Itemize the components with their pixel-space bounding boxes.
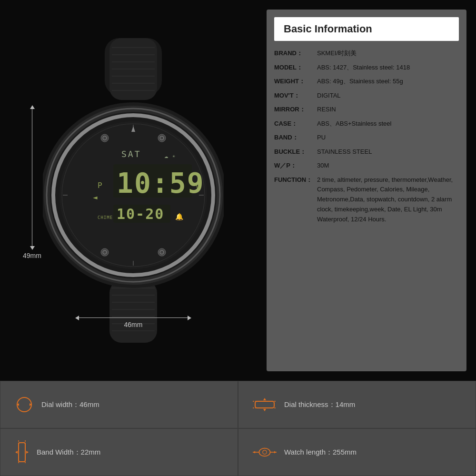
svg-text:SAT: SAT bbox=[121, 149, 141, 159]
svg-marker-64 bbox=[263, 409, 266, 411]
info-row-band: BAND： PU bbox=[274, 133, 459, 142]
label-brand: BRAND： bbox=[274, 49, 317, 58]
value-wp: 30M bbox=[317, 161, 459, 170]
label-mirror: MIRROR： bbox=[274, 105, 317, 114]
svg-rect-9 bbox=[109, 281, 157, 343]
info-row-weight: WEIGHT： ABS: 49g、Stainless steel: 55g bbox=[274, 77, 459, 86]
svg-point-37 bbox=[158, 134, 166, 142]
info-row-brand: BRAND： SKMEI/时刻美 bbox=[274, 49, 459, 58]
svg-marker-69 bbox=[26, 451, 29, 454]
watch-section: 49mm bbox=[10, 10, 257, 371]
svg-marker-75 bbox=[274, 451, 276, 454]
value-band: PU bbox=[317, 133, 459, 142]
svg-point-55 bbox=[17, 397, 31, 412]
svg-point-70 bbox=[259, 448, 270, 456]
svg-point-35 bbox=[101, 134, 109, 142]
spec-watch-length-label: Watch length：255mm bbox=[284, 448, 357, 457]
band-width-icon bbox=[15, 440, 29, 464]
value-brand: SKMEI/时刻美 bbox=[317, 49, 459, 58]
dial-width-icon bbox=[15, 395, 34, 414]
spec-watch-length: Watch length：255mm bbox=[238, 428, 476, 476]
width-label: 46mm bbox=[124, 321, 143, 328]
specs-grid: Dial width：46mm Dial thickness：14mm Ba bbox=[0, 381, 476, 476]
label-wp: W／P： bbox=[274, 161, 317, 170]
svg-text:☁: ☁ bbox=[164, 152, 169, 159]
info-row-wp: W／P： 30M bbox=[274, 161, 459, 170]
info-title: Basic Information bbox=[284, 23, 372, 35]
svg-marker-74 bbox=[253, 451, 255, 454]
spec-band-width: Band Width：22mm bbox=[0, 428, 238, 476]
value-weight: ABS: 49g、Stainless steel: 55g bbox=[317, 77, 459, 86]
info-row-buckle: BUCKLE： STAINLESS STEEL bbox=[274, 147, 459, 157]
info-row-model: MODEL： ABS: 1427、Stainless steel: 1418 bbox=[274, 63, 459, 72]
svg-text:CHIME: CHIME bbox=[98, 215, 113, 220]
svg-text:◄: ◄ bbox=[93, 193, 98, 202]
label-function: FUNCTION： bbox=[274, 175, 317, 225]
svg-point-71 bbox=[263, 450, 267, 454]
spec-band-width-label: Band Width：22mm bbox=[37, 448, 100, 457]
info-panel: Basic Information BRAND： SKMEI/时刻美 MODEL… bbox=[267, 10, 466, 371]
watch-length-icon bbox=[253, 443, 277, 462]
svg-point-41 bbox=[158, 248, 166, 256]
label-band: BAND： bbox=[274, 133, 317, 142]
value-function: 2 time, altimeter, pressure, thermometer… bbox=[317, 175, 459, 225]
info-title-box: Basic Information bbox=[274, 17, 459, 41]
info-row-mirror: MIRROR： RESIN bbox=[274, 105, 459, 114]
label-buckle: BUCKLE： bbox=[274, 147, 317, 157]
spec-dial-thickness: Dial thickness：14mm bbox=[238, 381, 476, 428]
width-dimension: 46mm bbox=[76, 317, 190, 328]
spec-dial-thickness-label: Dial thickness：14mm bbox=[284, 400, 355, 409]
label-weight: WEIGHT： bbox=[274, 77, 317, 86]
label-model: MODEL： bbox=[274, 63, 317, 72]
svg-rect-60 bbox=[255, 401, 274, 408]
svg-text:10:59: 10:59 bbox=[117, 167, 205, 199]
spec-dial-width: Dial width：46mm bbox=[0, 381, 238, 428]
watch-svg: SAT ☁ ☀ 10:59 ᵤ P ◄ 10-20 bbox=[43, 38, 224, 343]
value-model: ABS: 1427、Stainless steel: 1418 bbox=[317, 63, 459, 72]
info-row-movt: MOV'T： DIGITAL bbox=[274, 91, 459, 100]
value-buckle: STAINLESS STEEL bbox=[317, 147, 459, 157]
info-row-function: FUNCTION： 2 time, altimeter, pressure, t… bbox=[274, 175, 459, 225]
value-mirror: RESIN bbox=[317, 105, 459, 114]
svg-marker-68 bbox=[15, 451, 18, 454]
svg-text:ᵤ: ᵤ bbox=[195, 180, 200, 190]
info-row-case: CASE： ABS、ABS+Stainless steel bbox=[274, 119, 459, 129]
svg-text:10-20: 10-20 bbox=[117, 206, 164, 222]
watch-container: SAT ☁ ☀ 10:59 ᵤ P ◄ 10-20 bbox=[33, 29, 233, 352]
value-movt: DIGITAL bbox=[317, 91, 459, 100]
svg-marker-63 bbox=[263, 398, 266, 400]
svg-point-39 bbox=[101, 248, 109, 256]
svg-text:🔔: 🔔 bbox=[175, 213, 184, 221]
svg-rect-65 bbox=[19, 443, 25, 462]
svg-text:☀: ☀ bbox=[172, 154, 175, 159]
label-movt: MOV'T： bbox=[274, 91, 317, 100]
svg-text:P: P bbox=[98, 181, 102, 190]
spec-dial-width-label: Dial width：46mm bbox=[41, 400, 99, 409]
label-case: CASE： bbox=[274, 119, 317, 129]
main-area: 49mm bbox=[0, 0, 476, 381]
value-case: ABS、ABS+Stainless steel bbox=[317, 119, 459, 129]
dial-thickness-icon bbox=[253, 397, 277, 412]
